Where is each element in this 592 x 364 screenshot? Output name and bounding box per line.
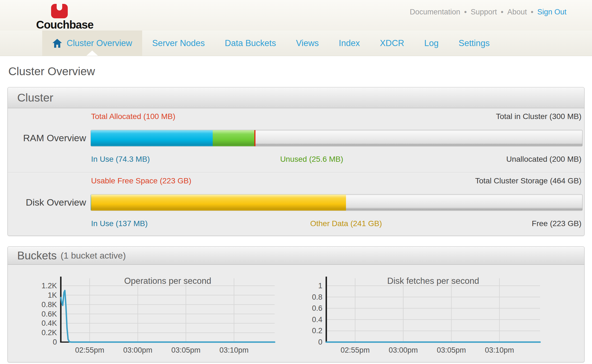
disk-in-use-label: In Use (137 MB) bbox=[91, 219, 148, 228]
top-header-band: Couchbase Documentation•Support•About•Si… bbox=[0, 0, 592, 31]
y-tick-label: 0.8 bbox=[312, 293, 322, 301]
cluster-panel-body: Total Allocated (100 MB) Total in Cluste… bbox=[8, 108, 584, 237]
ram-overview-label: RAM Overview bbox=[8, 133, 86, 143]
x-tick-label: 03:10pm bbox=[485, 346, 514, 354]
nav-tab-views[interactable]: Views bbox=[286, 31, 329, 56]
nav-tab-settings[interactable]: Settings bbox=[448, 31, 500, 56]
x-tick-label: 03:00pm bbox=[123, 346, 152, 354]
quota-marker bbox=[254, 130, 255, 146]
ram-unused-label: Unused (25.6 MB) bbox=[280, 155, 343, 164]
disk-usage-bar bbox=[91, 194, 583, 211]
y-tick-label: 0.6 bbox=[312, 304, 322, 312]
disk-usable-free-space-label: Usable Free Space (223 GB) bbox=[91, 176, 191, 185]
nav-tab-label: Index bbox=[339, 38, 360, 48]
disk-overview-label: Disk Overview bbox=[8, 197, 86, 208]
y-tick-label: 0.2K bbox=[41, 328, 57, 337]
documentation-link[interactable]: Documentation bbox=[410, 8, 460, 16]
link-separator: • bbox=[464, 8, 466, 16]
nav-tab-data-buckets[interactable]: Data Buckets bbox=[215, 31, 286, 56]
nav-tab-label: XDCR bbox=[380, 38, 404, 48]
nav-tab-log[interactable]: Log bbox=[414, 31, 449, 56]
operations-per-second-chart: 02:55pm03:00pm03:05pm03:10pm1.2K1K0.8K0.… bbox=[36, 274, 286, 362]
couchbase-console: { "header": { "logo_text": "Couchbase", … bbox=[0, 0, 592, 364]
buckets-panel-header: Buckets (1 bucket active) bbox=[8, 247, 584, 265]
y-tick-label: 0.6K bbox=[41, 310, 57, 318]
disk-total-cluster-storage-label: Total Cluster Storage (464 GB) bbox=[475, 176, 581, 185]
buckets-panel: Buckets (1 bucket active) 02:55pm03:00pm… bbox=[7, 246, 585, 362]
cluster-panel-title: Cluster bbox=[17, 91, 53, 104]
y-tick-label: 0.2 bbox=[312, 327, 322, 335]
header-links: Documentation•Support•About•Sign Out bbox=[410, 8, 566, 16]
nav-tab-label: Settings bbox=[458, 38, 490, 48]
buckets-panel-title: Buckets bbox=[17, 249, 57, 262]
bar-segment-in-use bbox=[91, 130, 213, 146]
ram-in-use-label: In Use (74.3 MB) bbox=[91, 155, 150, 164]
y-tick-label: 1 bbox=[318, 282, 322, 290]
ram-top-labels: Total Allocated (100 MB) Total in Cluste… bbox=[91, 112, 582, 122]
nav-tab-index[interactable]: Index bbox=[329, 31, 370, 56]
nav-tab-label: Log bbox=[424, 38, 439, 48]
nav-tab-label: Server Nodes bbox=[152, 38, 205, 48]
y-tick-label: 0.4K bbox=[41, 319, 57, 327]
bar-segment-unused bbox=[213, 130, 254, 146]
couchbase-logo-text: Couchbase bbox=[36, 19, 94, 31]
x-tick-label: 03:00pm bbox=[389, 346, 418, 354]
disk-top-labels: Usable Free Space (223 GB) Total Cluster… bbox=[91, 176, 582, 186]
nav-tab-label: Data Buckets bbox=[225, 38, 276, 48]
disk-fetches-per-second-chart: 02:55pm03:00pm03:05pm03:10pm10.80.60.40.… bbox=[302, 274, 552, 362]
x-tick-label: 02:55pm bbox=[75, 346, 104, 354]
page-title: Cluster Overview bbox=[8, 65, 95, 78]
sign-out-link[interactable]: Sign Out bbox=[537, 8, 566, 16]
chart-canvas: 02:55pm03:00pm03:05pm03:10pm1.2K1K0.8K0.… bbox=[36, 274, 286, 362]
x-tick-label: 02:55pm bbox=[340, 346, 370, 354]
ram-bottom-labels: In Use (74.3 MB) Unused (25.6 MB) Unallo… bbox=[91, 155, 582, 165]
link-separator: • bbox=[501, 8, 503, 16]
y-tick-label: 0 bbox=[318, 338, 322, 346]
y-tick-label: 1.2K bbox=[41, 282, 57, 290]
chart-line bbox=[61, 290, 275, 342]
chart-title: Operations per second bbox=[124, 276, 211, 286]
nav-tab-server-nodes[interactable]: Server Nodes bbox=[142, 31, 215, 56]
ram-unallocated-label: Unallocated (200 MB) bbox=[506, 155, 581, 164]
couchbase-logo-icon bbox=[51, 3, 68, 19]
disk-free-label: Free (223 GB) bbox=[532, 219, 581, 228]
support-link[interactable]: Support bbox=[471, 8, 497, 16]
nav-tab-label: Cluster Overview bbox=[67, 38, 132, 48]
buckets-active-count: (1 bucket active) bbox=[61, 251, 126, 261]
x-tick-label: 03:05pm bbox=[437, 346, 466, 354]
y-tick-label: 0 bbox=[53, 338, 57, 346]
y-tick-label: 0.8K bbox=[41, 300, 57, 309]
home-icon bbox=[52, 39, 62, 48]
chart-canvas: 02:55pm03:00pm03:05pm03:10pm10.80.60.40.… bbox=[302, 274, 552, 362]
ram-total-in-cluster-label: Total in Cluster (300 MB) bbox=[496, 112, 581, 121]
nav-tab-xdcr[interactable]: XDCR bbox=[370, 31, 414, 56]
nav-tab-cluster-overview[interactable]: Cluster Overview bbox=[42, 31, 142, 56]
about-link[interactable]: About bbox=[507, 8, 527, 16]
link-separator: • bbox=[531, 8, 533, 16]
ram-usage-bar bbox=[91, 130, 583, 146]
x-tick-label: 03:05pm bbox=[171, 346, 200, 354]
cluster-panel-header: Cluster bbox=[8, 87, 584, 108]
x-tick-label: 03:10pm bbox=[219, 346, 249, 354]
disk-overview-row: Usable Free Space (223 GB) Total Cluster… bbox=[8, 172, 584, 237]
ram-total-allocated-label: Total Allocated (100 MB) bbox=[91, 112, 175, 121]
y-tick-label: 1K bbox=[48, 291, 57, 299]
bar-segment-other-data bbox=[91, 194, 346, 211]
chart-title: Disk fetches per second bbox=[387, 276, 479, 286]
nav-tab-label: Views bbox=[296, 38, 319, 48]
couchbase-logo[interactable]: Couchbase bbox=[36, 3, 108, 30]
cluster-panel: Cluster Total Allocated (100 MB) Total i… bbox=[7, 87, 585, 236]
disk-bottom-labels: In Use (137 MB) Other Data (241 GB) Free… bbox=[91, 219, 582, 229]
y-tick-label: 0.4 bbox=[312, 315, 322, 324]
ram-overview-row: Total Allocated (100 MB) Total in Cluste… bbox=[8, 108, 584, 172]
disk-other-data-label: Other Data (241 GB) bbox=[310, 219, 382, 228]
main-nav: Cluster OverviewServer NodesData Buckets… bbox=[0, 31, 592, 56]
